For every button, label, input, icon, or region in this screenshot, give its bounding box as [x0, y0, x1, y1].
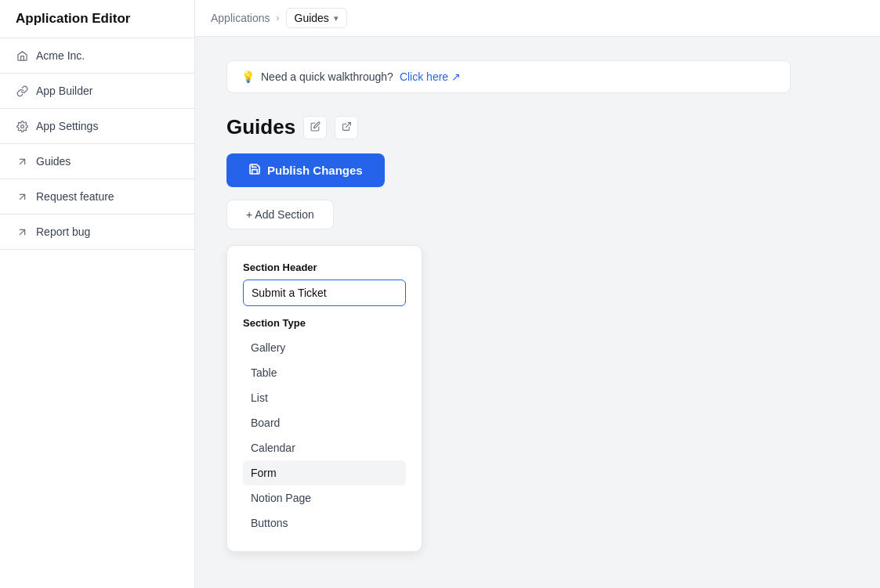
sidebar-item-label: Request feature	[36, 190, 114, 203]
gear-icon	[16, 120, 28, 132]
sidebar-item-acme[interactable]: Acme Inc.	[0, 38, 194, 74]
page-title-row: Guides	[226, 115, 849, 139]
sidebar-item-report-bug[interactable]: Report bug	[0, 215, 194, 250]
section-type-label: Section Type	[243, 317, 406, 329]
arrow-up-right-icon	[16, 155, 28, 168]
sidebar-item-label: App Settings	[36, 120, 98, 132]
sidebar: Application Editor Acme Inc. App Builder…	[0, 0, 195, 588]
walkthrough-link[interactable]: Click here ↗	[400, 70, 461, 83]
page-title: Guides	[226, 115, 295, 139]
add-section-label: + Add Section	[246, 208, 314, 221]
bulb-icon: 💡	[241, 70, 255, 83]
edit-title-button[interactable]	[303, 116, 327, 139]
topnav-dropdown[interactable]: Guides ▾	[286, 8, 347, 28]
home-icon	[16, 49, 28, 62]
arrow-up-right-icon-2	[16, 190, 28, 203]
sidebar-item-label: Guides	[36, 155, 71, 168]
walkthrough-text: Need a quick walkthrough?	[261, 70, 393, 83]
pencil-icon	[310, 121, 320, 134]
section-card: Section Header Section Type Gallery Tabl…	[226, 245, 422, 552]
arrow-up-right-icon-3	[16, 225, 28, 238]
sidebar-item-app-builder[interactable]: App Builder	[0, 74, 194, 109]
topnav: Applications › Guides ▾	[195, 0, 880, 37]
topnav-dropdown-label: Guides	[295, 12, 329, 24]
section-type-list[interactable]: List	[243, 385, 406, 410]
svg-line-4	[346, 122, 350, 127]
section-type-form[interactable]: Form	[243, 460, 406, 485]
sidebar-item-label: Acme Inc.	[36, 49, 85, 62]
content-area: 💡 Need a quick walkthrough? Click here ↗…	[195, 37, 880, 588]
publish-btn-label: Publish Changes	[267, 164, 363, 177]
section-header-input[interactable]	[243, 280, 406, 306]
sidebar-title: Application Editor	[0, 0, 194, 38]
svg-line-3	[20, 229, 24, 234]
open-external-button[interactable]	[335, 116, 358, 139]
section-type-table[interactable]: Table	[243, 360, 406, 385]
sidebar-item-guides[interactable]: Guides	[0, 144, 194, 179]
sidebar-item-request-feature[interactable]: Request feature	[0, 179, 194, 215]
section-type-board[interactable]: Board	[243, 410, 406, 435]
svg-line-1	[20, 159, 24, 164]
topnav-chevron-icon: ›	[277, 13, 280, 23]
chevron-down-icon: ▾	[334, 13, 339, 23]
sidebar-item-label: Report bug	[36, 225, 90, 238]
add-section-button[interactable]: + Add Section	[226, 200, 334, 229]
topnav-app-link[interactable]: Applications	[211, 12, 270, 24]
save-icon	[248, 163, 261, 178]
walkthrough-banner: 💡 Need a quick walkthrough? Click here ↗	[226, 60, 791, 93]
section-type-gallery[interactable]: Gallery	[243, 335, 406, 360]
publish-changes-button[interactable]: Publish Changes	[226, 153, 385, 187]
section-type-list: Gallery Table List Board Calendar Form N…	[243, 335, 406, 536]
sidebar-item-label: App Builder	[36, 85, 92, 97]
link-icon	[16, 85, 28, 97]
external-link-icon	[342, 121, 352, 134]
section-type-calendar[interactable]: Calendar	[243, 435, 406, 460]
main-content: Applications › Guides ▾ 💡 Need a quick w…	[195, 0, 880, 588]
sidebar-item-app-settings[interactable]: App Settings	[0, 109, 194, 144]
section-header-label: Section Header	[243, 262, 406, 273]
svg-line-2	[20, 194, 24, 199]
section-type-notion-page[interactable]: Notion Page	[243, 485, 406, 510]
section-type-buttons[interactable]: Buttons	[243, 510, 406, 536]
svg-point-0	[20, 124, 24, 128]
